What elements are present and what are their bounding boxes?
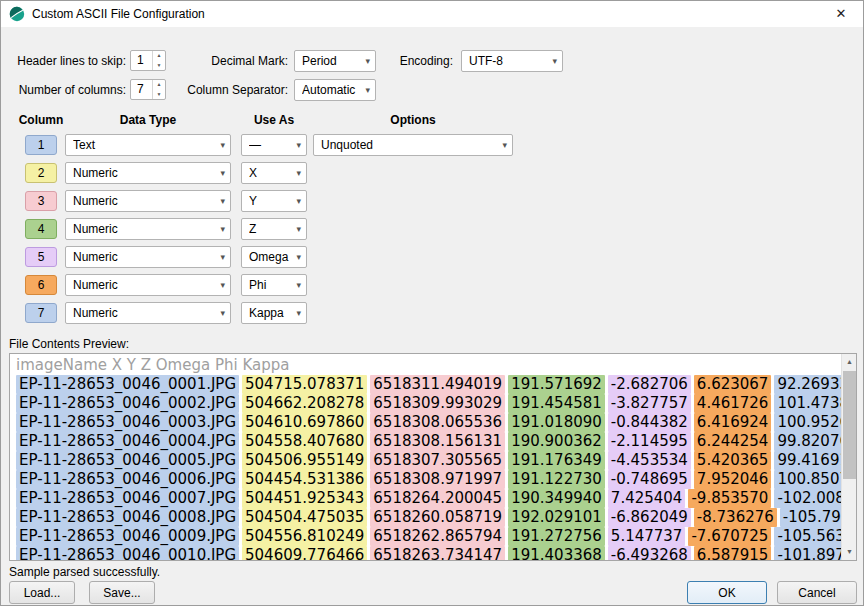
column-config-row-4: 4Numeric▾Z▾ <box>25 218 513 240</box>
chevron-down-icon: ▾ <box>293 280 306 290</box>
preview-cell: 6518308.156131 <box>370 432 505 451</box>
data-type-select-value: Numeric <box>73 194 217 208</box>
chevron-down-icon: ▾ <box>217 280 230 290</box>
column-index-badge: 1 <box>25 135 57 155</box>
preview-cell: EP-11-28653_0046_0003.JPG <box>16 413 239 432</box>
scrollbar-thumb[interactable] <box>843 371 856 479</box>
vertical-scrollbar[interactable]: ▲ ▼ <box>841 354 856 560</box>
data-type-select[interactable]: Numeric▾ <box>65 218 231 240</box>
preview-cell: -4.453534 <box>608 451 691 470</box>
preview-cell: 504609.776466 <box>242 546 367 560</box>
preview-cell: 504506.955149 <box>242 451 367 470</box>
chevron-down-icon: ▾ <box>217 196 230 206</box>
use-as-select[interactable]: Z▾ <box>241 218 307 240</box>
options-select-value: Unquoted <box>321 138 499 152</box>
preview-cell: 5.147737 <box>608 527 686 546</box>
save-button[interactable]: Save... <box>89 581 155 604</box>
column-index-badge: 7 <box>25 303 57 323</box>
header-lines-value: 1 <box>131 51 152 70</box>
column-header-datatype: Data Type <box>65 113 231 127</box>
chevron-down-icon: ▾ <box>293 196 306 206</box>
chevron-down-icon: ▾ <box>293 252 306 262</box>
column-header-useas: Use As <box>241 113 307 127</box>
preview-cell: 6518309.993029 <box>370 394 505 413</box>
preview-cell: -101.897356 <box>774 546 841 560</box>
preview-cell: 99.416911 <box>774 451 841 470</box>
column-separator-select[interactable]: Automatic ▾ <box>294 79 376 101</box>
data-type-select[interactable]: Numeric▾ <box>65 274 231 296</box>
chevron-down-icon: ▾ <box>293 308 306 318</box>
options-select[interactable]: Unquoted▾ <box>313 134 513 156</box>
window-title: Custom ASCII File Configuration <box>32 7 205 21</box>
preview-cell: -102.008191 <box>774 489 841 508</box>
load-button[interactable]: Load... <box>9 581 75 604</box>
use-as-select-value: Z <box>249 222 293 236</box>
preview-row: EP-11-28653_0046_0004.JPG504558.40768065… <box>16 432 841 451</box>
preview-cell: 190.900362 <box>508 432 605 451</box>
column-config-rows: 1Text▾—▾Unquoted▾2Numeric▾X▾3Numeric▾Y▾4… <box>25 134 513 330</box>
data-type-select[interactable]: Numeric▾ <box>65 162 231 184</box>
chevron-down-icon: ▾ <box>293 224 306 234</box>
data-type-select[interactable]: Numeric▾ <box>65 302 231 324</box>
scroll-up-icon[interactable]: ▲ <box>842 354 857 370</box>
encoding-select[interactable]: UTF-8 ▾ <box>461 50 563 72</box>
use-as-select[interactable]: Y▾ <box>241 190 307 212</box>
data-type-select-value: Numeric <box>73 278 217 292</box>
column-config-row-5: 5Numeric▾Omega▾ <box>25 246 513 268</box>
use-as-select[interactable]: —▾ <box>241 134 307 156</box>
preview-cell: 6518308.971997 <box>370 470 505 489</box>
preview-cell: 100.952644 <box>774 413 841 432</box>
preview-cell: 191.176349 <box>508 451 605 470</box>
titlebar: Custom ASCII File Configuration ✕ <box>1 1 863 27</box>
preview-cell: 6518263.734147 <box>370 546 505 560</box>
preview-cell: -2.114595 <box>608 432 691 451</box>
chevron-down-icon: ▾ <box>293 140 306 150</box>
decimal-mark-select[interactable]: Period ▾ <box>294 50 376 72</box>
use-as-select-value: Phi <box>249 278 293 292</box>
preview-row: EP-11-28653_0046_0009.JPG504556.81024965… <box>16 527 841 546</box>
use-as-select[interactable]: Omega▾ <box>241 246 307 268</box>
app-icon <box>9 6 25 22</box>
encoding-value: UTF-8 <box>469 54 549 68</box>
preview-cell: -6.862049 <box>608 508 691 527</box>
column-separator-value: Automatic <box>302 83 362 97</box>
preview-row: EP-11-28653_0046_0007.JPG504451.92534365… <box>16 489 841 508</box>
preview-cell: -105.798310 <box>780 508 841 527</box>
preview-cell: -2.682706 <box>608 375 691 394</box>
preview-cell: 7.425404 <box>608 489 686 508</box>
preview-cell: 6.244254 <box>694 432 772 451</box>
use-as-select[interactable]: Kappa▾ <box>241 302 307 324</box>
preview-cell: 191.272756 <box>508 527 605 546</box>
use-as-select[interactable]: Phi▾ <box>241 274 307 296</box>
data-type-select[interactable]: Numeric▾ <box>65 246 231 268</box>
column-index-badge: 3 <box>25 191 57 211</box>
column-config-row-6: 6Numeric▾Phi▾ <box>25 274 513 296</box>
preview-cell: -0.748695 <box>608 470 691 489</box>
cancel-button[interactable]: Cancel <box>777 581 857 604</box>
chevron-down-icon: ▾ <box>217 252 230 262</box>
preview-cell: 191.571692 <box>508 375 605 394</box>
data-type-select[interactable]: Text▾ <box>65 134 231 156</box>
close-button[interactable]: ✕ <box>819 1 863 27</box>
use-as-select[interactable]: X▾ <box>241 162 307 184</box>
encoding-label: Encoding: <box>377 54 453 68</box>
header-lines-label: Header lines to skip: <box>1 54 126 68</box>
dialog-body: Header lines to skip: 1 ▲ ▼ Number of co… <box>1 27 864 606</box>
column-config-row-1: 1Text▾—▾Unquoted▾ <box>25 134 513 156</box>
preview-cell: 6518260.058719 <box>370 508 505 527</box>
scroll-down-icon[interactable]: ▼ <box>842 544 857 560</box>
data-type-select[interactable]: Numeric▾ <box>65 190 231 212</box>
preview-row: EP-11-28653_0046_0008.JPG504504.47503565… <box>16 508 841 527</box>
preview-row: EP-11-28653_0046_0002.JPG504662.20827865… <box>16 394 841 413</box>
data-type-select-value: Numeric <box>73 222 217 236</box>
file-contents-preview[interactable]: imageName X Y Z Omega Phi KappaEP-11-286… <box>9 353 857 561</box>
preview-cell: EP-11-28653_0046_0004.JPG <box>16 432 239 451</box>
preview-cell: EP-11-28653_0046_0006.JPG <box>16 470 239 489</box>
use-as-select-value: Y <box>249 194 293 208</box>
preview-cell: EP-11-28653_0046_0010.JPG <box>16 546 239 560</box>
preview-row: EP-11-28653_0046_0006.JPG504454.53138665… <box>16 470 841 489</box>
preview-cell: 100.850735 <box>774 470 841 489</box>
chevron-down-icon: ▾ <box>362 56 375 66</box>
preview-cell: -6.493268 <box>608 546 691 560</box>
ok-button[interactable]: OK <box>687 581 767 604</box>
